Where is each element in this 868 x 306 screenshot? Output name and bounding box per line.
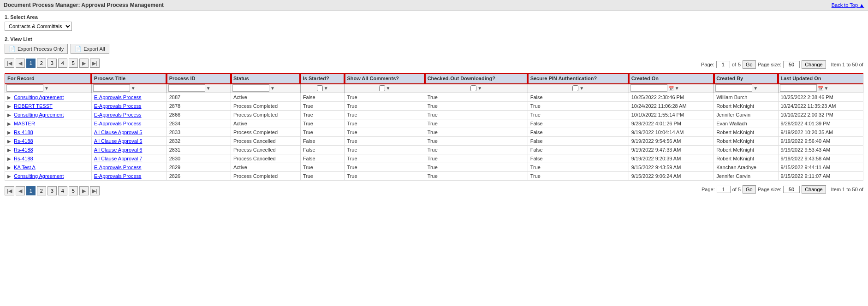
row-expand-btn-1[interactable]: ▶ (7, 104, 11, 109)
page-4-btn[interactable]: 4 (58, 59, 67, 68)
page-1-btn[interactable]: 1 (26, 59, 36, 68)
process-title-link-4[interactable]: All Clause Approval 5 (94, 129, 143, 135)
row-expand-btn-6[interactable]: ▶ (7, 147, 11, 153)
record-link-4[interactable]: Rs-4188 (14, 129, 33, 135)
cell-is-started-0: False (300, 93, 345, 102)
record-link-1[interactable]: ROBERT TESST (14, 103, 53, 109)
process-title-link-5[interactable]: All Clause Approval 5 (94, 138, 143, 144)
row-expand-btn-4[interactable]: ▶ (7, 130, 11, 135)
page-2-btn[interactable]: 2 (37, 59, 46, 68)
area-dropdown[interactable]: Contracts & Committals (5, 22, 72, 31)
process-title-link-6[interactable]: All Clause Approval 6 (94, 147, 143, 153)
filter-created-on: 📅 ▼ (629, 83, 713, 93)
cell-for-record-3: ▶ MASTER (5, 119, 92, 128)
row-expand-btn-2[interactable]: ▶ (7, 112, 11, 118)
filter-is-started-checkbox[interactable] (317, 85, 323, 91)
cell-is-started-8: True (300, 163, 345, 172)
process-title-link-3[interactable]: E-Approvals Process (94, 121, 142, 126)
first-page-btn[interactable]: |◀ (5, 59, 14, 68)
filter-secure-pin-icon[interactable]: ▼ (579, 86, 584, 91)
process-title-link-2[interactable]: E-Approvals Process (94, 112, 142, 118)
filter-checked-out-icon[interactable]: ▼ (477, 86, 482, 91)
cell-secure-pin-8: True (528, 163, 629, 172)
page-size-input[interactable] (783, 61, 800, 68)
process-title-link-9[interactable]: E-Approvals Process (94, 173, 142, 179)
record-link-3[interactable]: MASTER (14, 121, 35, 126)
row-expand-btn-5[interactable]: ▶ (7, 139, 11, 144)
record-link-8[interactable]: KA Test A (14, 165, 36, 170)
bottom-page-number-input[interactable] (717, 186, 731, 193)
cell-created-by-7: Robert McKnight (714, 154, 778, 163)
filter-created-by-icon[interactable]: ▼ (753, 86, 758, 91)
filter-checked-out-checkbox[interactable] (470, 85, 476, 91)
row-expand-btn-8[interactable]: ▶ (7, 165, 11, 170)
export-process-only-button[interactable]: 📄 Export Process Only (5, 44, 68, 54)
record-link-7[interactable]: Rs-4188 (14, 156, 33, 161)
filter-last-updated-on-input[interactable] (780, 84, 817, 92)
bottom-page-1-btn[interactable]: 1 (26, 186, 36, 195)
filter-for-record-input[interactable] (6, 84, 43, 92)
bottom-first-page-btn[interactable]: |◀ (5, 186, 14, 195)
filter-last-updated-on-cal-icon[interactable]: 📅 (818, 86, 823, 91)
bottom-page-3-btn[interactable]: 3 (48, 186, 57, 195)
filter-created-on-input[interactable] (630, 84, 667, 92)
cell-secure-pin-7: False (528, 154, 629, 163)
record-link-2[interactable]: Consulting Agreement (14, 112, 64, 118)
process-title-link-8[interactable]: E-Approvals Process (94, 165, 142, 170)
filter-secure-pin-checkbox[interactable] (572, 85, 578, 91)
record-link-6[interactable]: Rs-4188 (14, 147, 33, 153)
bottom-items-info: Item 1 to 50 of (831, 187, 863, 192)
go-button[interactable]: Go (743, 60, 756, 69)
filter-last-updated-on-filter-icon[interactable]: ▼ (824, 86, 829, 91)
page-number-input[interactable] (716, 61, 730, 68)
filter-process-title-input[interactable] (93, 84, 130, 92)
bottom-page-5-btn[interactable]: 5 (69, 186, 78, 195)
filter-created-on-cal-icon[interactable]: 📅 (668, 86, 674, 91)
next-page-btn[interactable]: ▶ (79, 59, 89, 68)
page-5-btn[interactable]: 5 (69, 59, 78, 68)
last-page-btn[interactable]: ▶| (90, 59, 100, 68)
row-expand-btn-3[interactable]: ▶ (7, 121, 11, 126)
export-all-button[interactable]: 📄 Export All (71, 44, 109, 54)
filter-for-record-icon[interactable]: ▼ (44, 86, 49, 91)
filter-show-comments-icon[interactable]: ▼ (386, 86, 391, 91)
filter-process-title-icon[interactable]: ▼ (131, 86, 136, 91)
cell-created-by-9: Jennifer Carvin (714, 172, 778, 181)
record-link-5[interactable]: Rs-4188 (14, 138, 33, 144)
prev-page-btn[interactable]: ◀ (16, 59, 25, 68)
bottom-next-page-btn[interactable]: ▶ (79, 186, 89, 195)
process-title-link-0[interactable]: E-Approvals Process (94, 94, 142, 100)
filter-process-id-input[interactable] (168, 84, 205, 92)
cell-created-on-1: 10/24/2022 11:06:28 AM (629, 102, 713, 111)
filter-status-input[interactable] (232, 84, 269, 92)
bottom-prev-page-btn[interactable]: ◀ (16, 186, 25, 195)
filter-created-by-input[interactable] (715, 84, 752, 92)
cell-process-title-7: All Clause Approval 7 (91, 154, 166, 163)
row-expand-btn-7[interactable]: ▶ (7, 156, 11, 161)
filter-created-on-filter-icon[interactable]: ▼ (675, 86, 679, 91)
bottom-page-size-input[interactable] (783, 186, 800, 193)
bottom-page-2-btn[interactable]: 2 (37, 186, 46, 195)
bottom-page-4-btn[interactable]: 4 (58, 186, 67, 195)
record-link-9[interactable]: Consulting Agreement (14, 173, 64, 179)
process-title-link-7[interactable]: All Clause Approval 7 (94, 156, 143, 161)
cell-show-all-comments-7: True (345, 154, 425, 163)
bottom-last-page-btn[interactable]: ▶| (90, 186, 100, 195)
page-3-btn[interactable]: 3 (48, 59, 57, 68)
change-button[interactable]: Change (802, 60, 826, 69)
cell-created-by-3: Evan Wallach (714, 119, 778, 128)
filter-process-id-icon[interactable]: ▼ (206, 86, 211, 91)
row-expand-btn-0[interactable]: ▶ (7, 95, 11, 100)
table-row: ▶ MASTER E-Approvals Process 2834 Active… (5, 119, 863, 128)
bottom-change-button[interactable]: Change (802, 185, 826, 194)
cell-status-8: Active (231, 163, 301, 172)
data-table: For Record Process Title Process ID Stat… (5, 73, 863, 181)
row-expand-btn-9[interactable]: ▶ (7, 174, 11, 179)
filter-status-icon[interactable]: ▼ (270, 86, 275, 91)
back-to-top-link[interactable]: Back to Top ▲ (832, 2, 864, 8)
bottom-go-button[interactable]: Go (743, 185, 756, 194)
filter-is-started-icon[interactable]: ▼ (324, 86, 328, 91)
record-link-0[interactable]: Consulting Agreement (14, 94, 64, 100)
filter-show-comments-checkbox[interactable] (379, 85, 385, 91)
process-title-link-1[interactable]: E-Approvals Process (94, 103, 142, 109)
